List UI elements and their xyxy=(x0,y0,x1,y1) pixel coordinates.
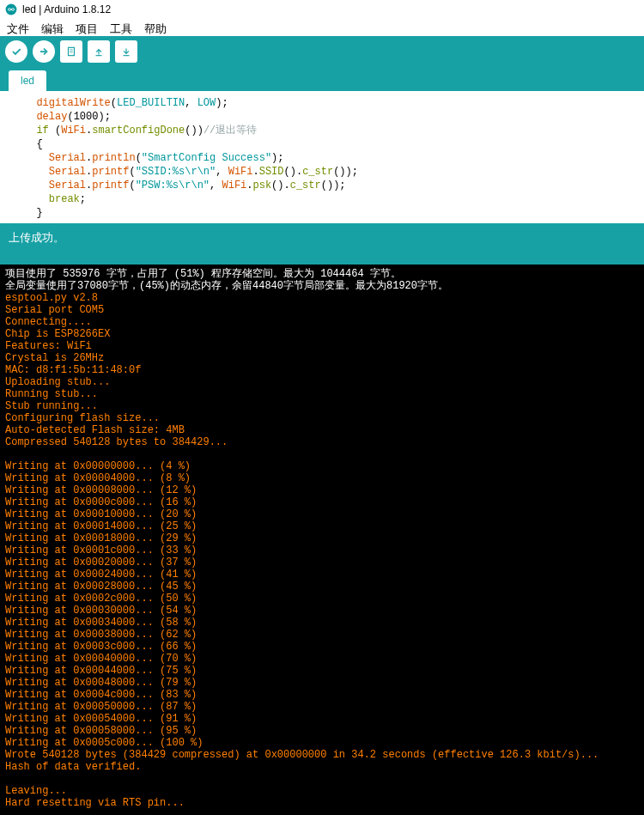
tab-led[interactable]: led xyxy=(9,70,46,91)
menu-tools[interactable]: 工具 xyxy=(110,21,132,33)
upload-button[interactable] xyxy=(33,40,55,63)
menu-help[interactable]: 帮助 xyxy=(144,21,167,33)
toolbar xyxy=(0,36,644,67)
arduino-logo-icon xyxy=(5,3,17,15)
verify-button[interactable] xyxy=(5,40,27,63)
open-button[interactable] xyxy=(88,40,110,63)
status-bar: 上传成功。 xyxy=(0,223,644,265)
menu-file[interactable]: 文件 xyxy=(7,21,29,33)
svg-rect-1 xyxy=(69,47,75,55)
menu-project[interactable]: 项目 xyxy=(76,21,98,33)
arrow-up-icon xyxy=(93,46,105,58)
check-icon xyxy=(10,46,22,58)
window-title: led | Arduino 1.8.12 xyxy=(22,3,111,15)
console-output[interactable]: 项目使用了 535976 字节，占用了 (51%) 程序存储空间。最大为 104… xyxy=(0,265,644,815)
arrow-right-icon xyxy=(38,46,50,58)
menu-edit[interactable]: 编辑 xyxy=(41,21,64,33)
new-button[interactable] xyxy=(60,40,82,63)
tabbar: led xyxy=(0,67,644,91)
arrow-down-icon xyxy=(120,46,132,58)
status-message: 上传成功。 xyxy=(9,231,64,244)
menubar: 文件 编辑 项目 工具 帮助 xyxy=(0,19,644,36)
titlebar: led | Arduino 1.8.12 xyxy=(0,0,644,19)
save-button[interactable] xyxy=(115,40,137,63)
file-icon xyxy=(65,46,77,58)
code-editor[interactable]: digitalWrite(LED_BUILTIN, LOW); delay(10… xyxy=(0,91,644,223)
